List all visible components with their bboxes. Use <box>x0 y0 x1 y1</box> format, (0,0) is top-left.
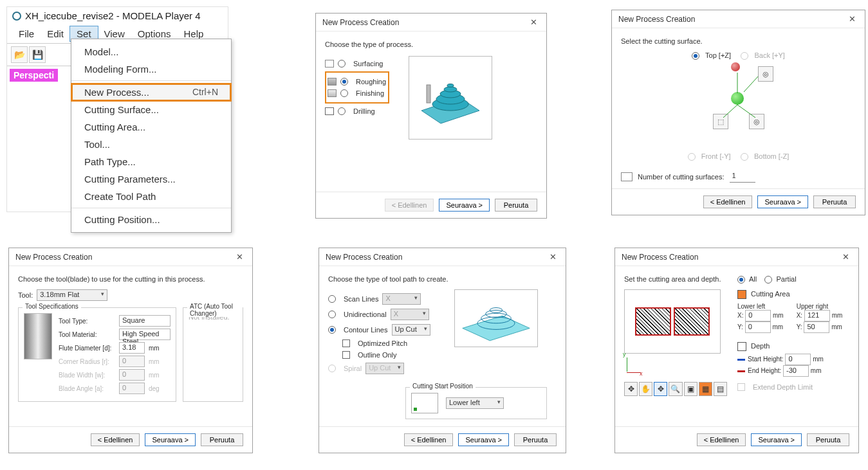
option-scan-lines[interactable]: Scan Lines X <box>328 293 444 305</box>
start-height-field[interactable]: 0 <box>785 354 811 365</box>
next-button[interactable]: Seuraava > <box>439 199 490 212</box>
close-icon[interactable]: ✕ <box>547 252 559 262</box>
back-button[interactable]: < Edellinen <box>404 433 454 446</box>
count-label: Number of cutting surfaces: <box>638 173 725 181</box>
menu-edit[interactable]: Edit <box>41 26 70 41</box>
csp-preview <box>411 393 438 413</box>
ur-x-field[interactable]: 121 <box>804 310 830 321</box>
radio-drilling[interactable] <box>338 107 346 115</box>
option-surfacing[interactable]: Surfacing <box>325 60 389 68</box>
menu-item-tool[interactable]: Tool... <box>71 136 231 153</box>
option-roughing[interactable]: Roughing <box>328 78 387 86</box>
close-icon[interactable]: ✕ <box>234 252 246 262</box>
cancel-button[interactable]: Peruuta <box>813 195 856 208</box>
radio-partial[interactable] <box>764 276 772 284</box>
dialog-cutting-area: New Process Creation ✕ Set the cutting a… <box>614 248 859 453</box>
dialog-titlebar: New Process Creation ✕ <box>612 10 865 28</box>
ll-y-field[interactable]: 0 <box>745 321 771 333</box>
next-button[interactable]: Seuraava > <box>757 195 808 208</box>
next-button[interactable]: Seuraava > <box>145 433 196 446</box>
radio-scan[interactable] <box>328 295 336 303</box>
option-contour[interactable]: Contour Lines Up Cut <box>328 324 444 336</box>
view-tools: ✥ ✋ ✥ 🔍 ▣ ▦ ▤ <box>624 382 727 396</box>
svg-line-8 <box>723 105 737 118</box>
next-button[interactable]: Seuraava > <box>458 433 509 446</box>
option-drilling[interactable]: Drilling <box>325 107 389 115</box>
area-preview <box>624 289 721 354</box>
menu-item-model[interactable]: Model... <box>71 43 231 60</box>
check-extend <box>737 383 745 391</box>
perspective-tab[interactable]: Perspecti <box>10 69 58 82</box>
check-optpitch[interactable] <box>342 339 350 347</box>
ll-x-field[interactable]: 0 <box>745 310 771 321</box>
tool-illustration <box>24 313 52 359</box>
tool-hand-icon[interactable]: ✋ <box>639 382 652 396</box>
save-icon[interactable]: 💾 <box>29 46 46 63</box>
tool-select[interactable]: 3.18mm Flat <box>37 289 107 301</box>
radio-uni[interactable] <box>328 311 336 318</box>
axis-icon: y x <box>624 357 643 377</box>
radio-all[interactable] <box>737 276 745 284</box>
tool-depth-icon[interactable]: ▤ <box>714 382 727 396</box>
tool-move-icon[interactable]: ✥ <box>654 382 667 396</box>
dialog-title: New Process Creation <box>322 18 399 27</box>
uni-axis-select: X <box>391 309 429 320</box>
tool-fit-icon[interactable]: ▣ <box>684 382 697 396</box>
label-top: Top [+Z] <box>705 51 731 59</box>
menu-file[interactable]: File <box>12 26 41 41</box>
cancel-button[interactable]: Peruuta <box>201 433 243 446</box>
option-spiral: Spiral Up Cut <box>328 363 444 374</box>
close-icon[interactable]: ✕ <box>840 252 852 262</box>
prompt-text: Choose the type of process. <box>325 41 537 48</box>
lower-left-label: Lower left <box>737 303 784 310</box>
end-bar-icon <box>737 370 745 372</box>
radio-bottom <box>741 153 748 161</box>
option-outline-only[interactable]: Outline Only <box>342 351 444 359</box>
cancel-button[interactable]: Peruuta <box>807 433 849 446</box>
contour-direction-select[interactable]: Up Cut <box>392 324 430 336</box>
menu-item-cutting-surface[interactable]: Cutting Surface... <box>71 101 231 118</box>
menu-item-modeling-form[interactable]: Modeling Form... <box>71 60 231 78</box>
close-icon[interactable]: ✕ <box>528 17 540 27</box>
ur-y-field[interactable]: 50 <box>804 321 829 333</box>
check-outline[interactable] <box>342 351 350 359</box>
label-back: Back [+Y] <box>754 51 784 59</box>
menu-item-create-tool-path[interactable]: Create Tool Path <box>71 188 231 205</box>
tool-zoom-icon[interactable]: 🔍 <box>669 382 682 396</box>
tool-pointer-icon[interactable]: ✥ <box>624 382 638 396</box>
csp-select[interactable]: Lower left <box>446 397 504 409</box>
open-icon[interactable]: 📂 <box>11 46 28 63</box>
depth-icon <box>737 342 746 351</box>
radio-finishing[interactable] <box>340 89 348 97</box>
radio-surfacing[interactable] <box>338 60 346 68</box>
cancel-button[interactable]: Peruuta <box>514 433 557 446</box>
depth-label: Depth <box>751 342 770 350</box>
radio-contour[interactable] <box>328 326 336 334</box>
menu-item-new-process[interactable]: New Process... Ctrl+N <box>71 84 231 101</box>
menu-item-cutting-parameters[interactable]: Cutting Parameters... <box>71 170 231 188</box>
menu-item-cutting-position[interactable]: Cutting Position... <box>71 211 231 228</box>
roughing-icon <box>328 78 337 86</box>
tool-type-field: Square <box>119 315 171 327</box>
option-finishing[interactable]: Finishing <box>328 89 387 97</box>
tool-area-icon[interactable]: ▦ <box>699 382 712 396</box>
close-icon[interactable]: ✕ <box>846 14 858 24</box>
cutting-area-icon <box>737 290 746 299</box>
back-button[interactable]: < Edellinen <box>91 433 140 446</box>
svg-point-4 <box>444 87 457 92</box>
menu-item-path-type[interactable]: Path Type... <box>71 153 231 170</box>
back-button[interactable]: < Edellinen <box>697 433 746 446</box>
cancel-button[interactable]: Peruuta <box>495 199 537 212</box>
end-height-field[interactable]: -30 <box>783 365 809 377</box>
next-button[interactable]: Seuraava > <box>751 433 802 446</box>
option-optimized-pitch[interactable]: Optimized Pitch <box>342 339 444 347</box>
csp-legend: Cutting Start Position <box>410 383 476 390</box>
radio-- roughing[interactable] <box>340 78 348 86</box>
menu-item-cutting-area[interactable]: Cutting Area... <box>71 118 231 136</box>
option-unidirectional[interactable]: Unidirectional X <box>328 309 444 320</box>
surface-diagram: ◎ ⬚ ◎ <box>694 60 784 150</box>
dialog-cutting-surface: New Process Creation ✕ Select the cuttin… <box>611 10 865 215</box>
back-button[interactable]: < Edellinen <box>703 195 753 208</box>
app-icon <box>12 12 21 21</box>
radio-top[interactable] <box>692 52 699 60</box>
